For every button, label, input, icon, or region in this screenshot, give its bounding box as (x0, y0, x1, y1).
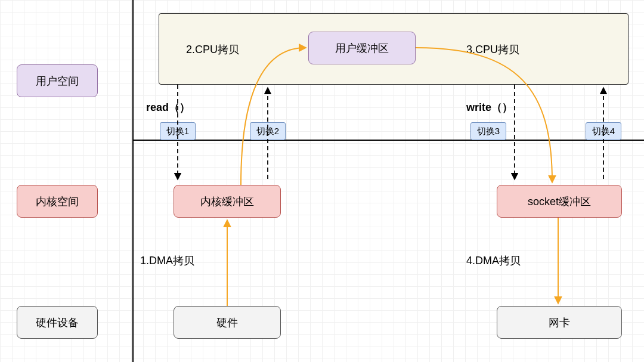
dma-copy-1-label: 1.DMA拷贝 (140, 253, 194, 268)
switch-4-tag: 切换4 (586, 122, 621, 140)
hardware-node: 硬件 (174, 306, 281, 339)
cpu-copy-2-label: 2.CPU拷贝 (186, 42, 239, 57)
switch-3-tag: 切换3 (470, 122, 506, 140)
user-space-label: 用户空间 (17, 64, 98, 97)
switch-2-tag: 切换2 (250, 122, 286, 140)
read-label: read（） (146, 100, 190, 115)
switch-1-tag: 切换1 (160, 122, 196, 140)
user-buffer-node: 用户缓冲区 (308, 32, 416, 64)
socket-buffer-node: socket缓冲区 (497, 185, 622, 218)
cpu-copy-3-label: 3.CPU拷贝 (466, 42, 519, 57)
kernel-space-label: 内核空间 (17, 185, 98, 218)
hardware-label: 硬件设备 (17, 306, 98, 339)
kernel-buffer-node: 内核缓冲区 (174, 185, 281, 218)
write-label: write（） (466, 100, 513, 115)
dma-copy-4-label: 4.DMA拷贝 (466, 253, 521, 268)
nic-node: 网卡 (497, 306, 622, 339)
